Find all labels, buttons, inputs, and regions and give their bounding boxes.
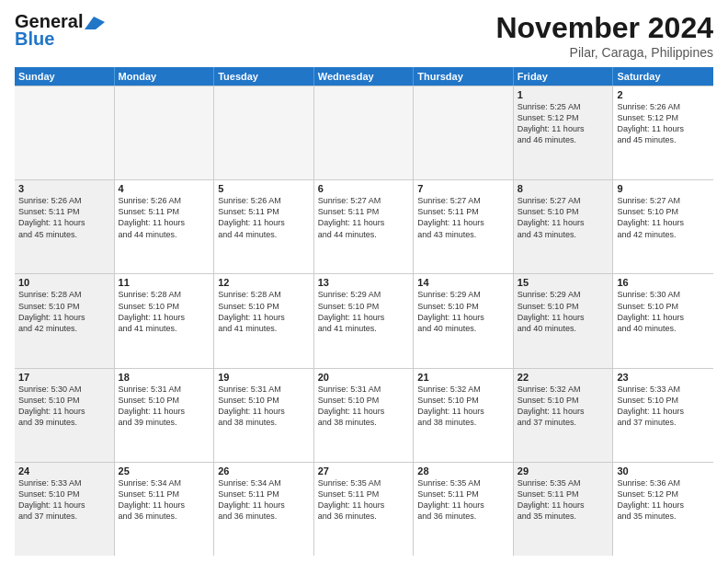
cell-info: Sunrise: 5:25 AM Sunset: 5:12 PM Dayligh… [518, 101, 609, 146]
cal-cell: 8Sunrise: 5:27 AM Sunset: 5:10 PM Daylig… [514, 180, 614, 273]
day-number: 10 [18, 277, 110, 288]
cal-row-1: 1Sunrise: 5:25 AM Sunset: 5:12 PM Daylig… [15, 86, 713, 180]
cell-info: Sunrise: 5:30 AM Sunset: 5:10 PM Dayligh… [617, 289, 710, 334]
cell-info: Sunrise: 5:30 AM Sunset: 5:10 PM Dayligh… [18, 384, 110, 429]
cal-cell: 26Sunrise: 5:34 AM Sunset: 5:11 PM Dayli… [214, 463, 314, 556]
cell-info: Sunrise: 5:35 AM Sunset: 5:11 PM Dayligh… [417, 477, 509, 523]
cell-info: Sunrise: 5:29 AM Sunset: 5:10 PM Dayligh… [518, 289, 609, 334]
cal-cell: 29Sunrise: 5:35 AM Sunset: 5:11 PM Dayli… [514, 463, 614, 556]
day-number: 29 [518, 465, 609, 477]
svg-marker-0 [85, 17, 105, 29]
day-number: 12 [218, 277, 310, 288]
cal-cell: 13Sunrise: 5:29 AM Sunset: 5:10 PM Dayli… [314, 274, 415, 367]
cal-cell: 17Sunrise: 5:30 AM Sunset: 5:10 PM Dayli… [15, 369, 115, 462]
cal-cell: 15Sunrise: 5:29 AM Sunset: 5:10 PM Dayli… [514, 274, 614, 367]
cal-cell: 2Sunrise: 5:26 AM Sunset: 5:12 PM Daylig… [613, 86, 713, 179]
day-number: 11 [119, 277, 210, 288]
cell-info: Sunrise: 5:32 AM Sunset: 5:10 PM Dayligh… [518, 384, 609, 429]
calendar: SundayMondayTuesdayWednesdayThursdayFrid… [15, 67, 713, 556]
cell-info: Sunrise: 5:28 AM Sunset: 5:10 PM Dayligh… [218, 289, 310, 334]
cal-cell: 28Sunrise: 5:35 AM Sunset: 5:11 PM Dayli… [414, 463, 514, 556]
cell-info: Sunrise: 5:27 AM Sunset: 5:11 PM Dayligh… [417, 195, 509, 240]
cal-cell: 21Sunrise: 5:32 AM Sunset: 5:10 PM Dayli… [414, 369, 514, 462]
cal-cell: 9Sunrise: 5:27 AM Sunset: 5:10 PM Daylig… [613, 180, 713, 273]
cal-cell: 11Sunrise: 5:28 AM Sunset: 5:10 PM Dayli… [115, 274, 215, 367]
cell-info: Sunrise: 5:29 AM Sunset: 5:10 PM Dayligh… [417, 289, 509, 334]
cell-info: Sunrise: 5:28 AM Sunset: 5:10 PM Dayligh… [18, 289, 110, 334]
cal-cell: 3Sunrise: 5:26 AM Sunset: 5:11 PM Daylig… [15, 180, 115, 273]
day-number: 26 [218, 465, 310, 477]
day-number: 3 [18, 183, 110, 194]
cal-cell [314, 86, 415, 179]
cell-info: Sunrise: 5:27 AM Sunset: 5:11 PM Dayligh… [318, 195, 410, 240]
month-title: November 2024 [495, 11, 713, 45]
cell-info: Sunrise: 5:26 AM Sunset: 5:12 PM Dayligh… [617, 101, 710, 146]
day-number: 28 [417, 465, 509, 477]
day-number: 23 [617, 372, 710, 383]
cell-info: Sunrise: 5:35 AM Sunset: 5:11 PM Dayligh… [518, 477, 609, 523]
day-number: 22 [518, 372, 609, 383]
day-number: 16 [617, 277, 710, 288]
cell-info: Sunrise: 5:34 AM Sunset: 5:11 PM Dayligh… [119, 477, 210, 523]
cell-info: Sunrise: 5:36 AM Sunset: 5:12 PM Dayligh… [617, 477, 710, 523]
cell-info: Sunrise: 5:26 AM Sunset: 5:11 PM Dayligh… [18, 195, 110, 240]
day-number: 8 [518, 183, 609, 194]
cal-cell: 30Sunrise: 5:36 AM Sunset: 5:12 PM Dayli… [613, 463, 713, 556]
day-number: 18 [119, 372, 210, 383]
day-number: 2 [617, 89, 710, 100]
day-number: 20 [318, 372, 410, 383]
col-header-saturday: Saturday [613, 67, 713, 86]
cal-row-5: 24Sunrise: 5:33 AM Sunset: 5:10 PM Dayli… [15, 463, 713, 556]
day-number: 6 [318, 183, 410, 194]
cell-info: Sunrise: 5:26 AM Sunset: 5:11 PM Dayligh… [218, 195, 310, 240]
calendar-body: 1Sunrise: 5:25 AM Sunset: 5:12 PM Daylig… [15, 86, 713, 556]
cal-cell: 27Sunrise: 5:35 AM Sunset: 5:11 PM Dayli… [314, 463, 415, 556]
page: General Blue November 2024 Pilar, Caraga… [0, 0, 728, 563]
cell-info: Sunrise: 5:31 AM Sunset: 5:10 PM Dayligh… [119, 384, 210, 429]
header: General Blue November 2024 Pilar, Caraga… [15, 11, 713, 60]
logo-blue: Blue [15, 29, 54, 50]
day-number: 25 [119, 465, 210, 477]
day-number: 14 [417, 277, 509, 288]
day-number: 15 [518, 277, 609, 288]
day-number: 13 [318, 277, 410, 288]
title-block: November 2024 Pilar, Caraga, Philippines [495, 11, 713, 60]
cal-cell [414, 86, 514, 179]
cal-row-2: 3Sunrise: 5:26 AM Sunset: 5:11 PM Daylig… [15, 180, 713, 274]
day-number: 30 [617, 465, 710, 477]
cal-cell: 16Sunrise: 5:30 AM Sunset: 5:10 PM Dayli… [613, 274, 713, 367]
cell-info: Sunrise: 5:34 AM Sunset: 5:11 PM Dayligh… [218, 477, 310, 523]
subtitle: Pilar, Caraga, Philippines [495, 45, 713, 60]
cell-info: Sunrise: 5:29 AM Sunset: 5:10 PM Dayligh… [318, 289, 410, 334]
cal-cell: 20Sunrise: 5:31 AM Sunset: 5:10 PM Dayli… [314, 369, 415, 462]
day-number: 1 [518, 89, 609, 100]
cal-cell [15, 86, 115, 179]
cell-info: Sunrise: 5:27 AM Sunset: 5:10 PM Dayligh… [518, 195, 609, 240]
day-number: 7 [417, 183, 509, 194]
col-header-tuesday: Tuesday [214, 67, 314, 86]
calendar-header: SundayMondayTuesdayWednesdayThursdayFrid… [15, 67, 713, 86]
cal-cell: 5Sunrise: 5:26 AM Sunset: 5:11 PM Daylig… [214, 180, 314, 273]
cell-info: Sunrise: 5:33 AM Sunset: 5:10 PM Dayligh… [617, 384, 710, 429]
cal-cell: 19Sunrise: 5:31 AM Sunset: 5:10 PM Dayli… [214, 369, 314, 462]
cal-cell: 4Sunrise: 5:26 AM Sunset: 5:11 PM Daylig… [115, 180, 215, 273]
cell-info: Sunrise: 5:35 AM Sunset: 5:11 PM Dayligh… [318, 477, 410, 523]
logo-icon [85, 17, 105, 29]
day-number: 24 [18, 465, 110, 477]
logo: General Blue [15, 11, 105, 50]
cal-cell: 12Sunrise: 5:28 AM Sunset: 5:10 PM Dayli… [214, 274, 314, 367]
day-number: 9 [617, 183, 710, 194]
cell-info: Sunrise: 5:27 AM Sunset: 5:10 PM Dayligh… [617, 195, 710, 240]
col-header-friday: Friday [514, 67, 614, 86]
day-number: 4 [119, 183, 210, 194]
day-number: 5 [218, 183, 310, 194]
cal-cell: 18Sunrise: 5:31 AM Sunset: 5:10 PM Dayli… [115, 369, 215, 462]
cal-cell [115, 86, 215, 179]
cal-cell [214, 86, 314, 179]
cal-row-3: 10Sunrise: 5:28 AM Sunset: 5:10 PM Dayli… [15, 274, 713, 368]
col-header-thursday: Thursday [414, 67, 514, 86]
cal-cell: 14Sunrise: 5:29 AM Sunset: 5:10 PM Dayli… [414, 274, 514, 367]
cell-info: Sunrise: 5:33 AM Sunset: 5:10 PM Dayligh… [18, 477, 110, 523]
col-header-monday: Monday [115, 67, 215, 86]
cal-cell: 7Sunrise: 5:27 AM Sunset: 5:11 PM Daylig… [414, 180, 514, 273]
